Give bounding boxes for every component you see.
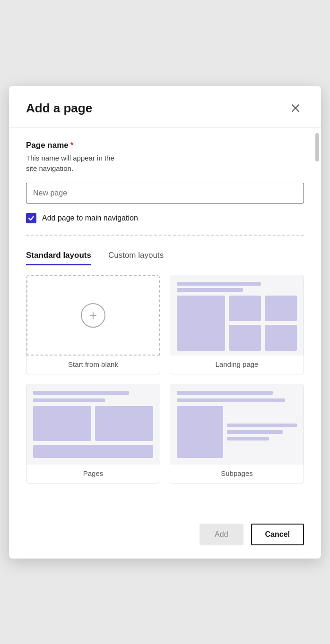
layout-name-pages: Pages — [83, 465, 104, 483]
lp-line-2 — [177, 288, 243, 292]
lp-block-main — [177, 296, 225, 351]
lp-block-4 — [265, 325, 297, 351]
blank-icon: + — [81, 303, 105, 328]
tab-standard-layouts[interactable]: Standard layouts — [26, 247, 91, 265]
layout-preview-landing — [170, 275, 304, 356]
layout-preview-pages — [26, 384, 160, 465]
sp-text-3 — [227, 437, 269, 441]
landing-preview-content — [170, 275, 304, 356]
section-divider — [26, 235, 304, 236]
navigation-checkbox-row[interactable]: Add page to main navigation — [26, 213, 304, 223]
sp-line-2 — [177, 398, 285, 402]
page-name-description: This name will appear in the site naviga… — [26, 153, 304, 174]
pp-line-1 — [33, 391, 129, 395]
navigation-checkbox[interactable] — [26, 213, 36, 223]
add-button[interactable]: Add — [200, 524, 243, 545]
layout-name-landing: Landing page — [216, 356, 259, 374]
page-name-label: Page name * — [26, 141, 304, 150]
layout-name-blank: Start from blank — [68, 356, 118, 374]
dialog-footer: Add Cancel — [9, 514, 321, 559]
layout-preview-blank: + — [26, 275, 160, 356]
pp-line-2 — [33, 398, 105, 402]
dialog-body: Page name * This name will appear in the… — [9, 127, 321, 514]
layout-tabs: Standard layouts Custom layouts — [26, 247, 304, 265]
layouts-grid: + Start from blank — [26, 275, 304, 483]
sp-line-1 — [177, 391, 273, 395]
subpages-preview-content — [170, 384, 304, 465]
sp-text-2 — [227, 430, 283, 434]
dialog-title: Add a page — [26, 101, 92, 116]
layout-name-subpages: Subpages — [221, 465, 253, 483]
sp-text-group — [227, 406, 297, 458]
pp-block-1 — [33, 406, 91, 441]
sp-row — [177, 406, 297, 458]
layout-card-blank[interactable]: + Start from blank — [26, 275, 160, 374]
lp-line-1 — [177, 282, 261, 286]
lp-block-2 — [265, 296, 297, 322]
page-name-input[interactable] — [26, 183, 304, 203]
pp-grid — [33, 406, 153, 441]
layout-preview-subpages — [170, 384, 304, 465]
landing-header-lines — [177, 282, 297, 292]
lp-block-1 — [229, 296, 261, 322]
layout-card-subpages[interactable]: Subpages — [170, 384, 304, 483]
pp-bottom-block — [33, 445, 153, 458]
navigation-checkbox-label: Add page to main navigation — [42, 214, 138, 222]
pp-block-2 — [95, 406, 153, 441]
add-page-dialog: Add a page Page name * This name will ap… — [9, 86, 321, 559]
layout-card-landing[interactable]: Landing page — [170, 275, 304, 374]
close-button[interactable] — [287, 102, 304, 115]
landing-block-grid — [177, 296, 297, 351]
sp-text-1 — [227, 424, 297, 427]
pages-preview-content — [26, 384, 160, 465]
sp-block-image — [177, 406, 223, 458]
layout-card-pages[interactable]: Pages — [26, 384, 160, 483]
lp-block-3 — [229, 325, 261, 351]
tab-custom-layouts[interactable]: Custom layouts — [108, 247, 164, 265]
dialog-header: Add a page — [9, 86, 321, 127]
scrollbar[interactable] — [315, 133, 319, 161]
cancel-button[interactable]: Cancel — [251, 524, 304, 545]
required-marker: * — [70, 141, 74, 150]
